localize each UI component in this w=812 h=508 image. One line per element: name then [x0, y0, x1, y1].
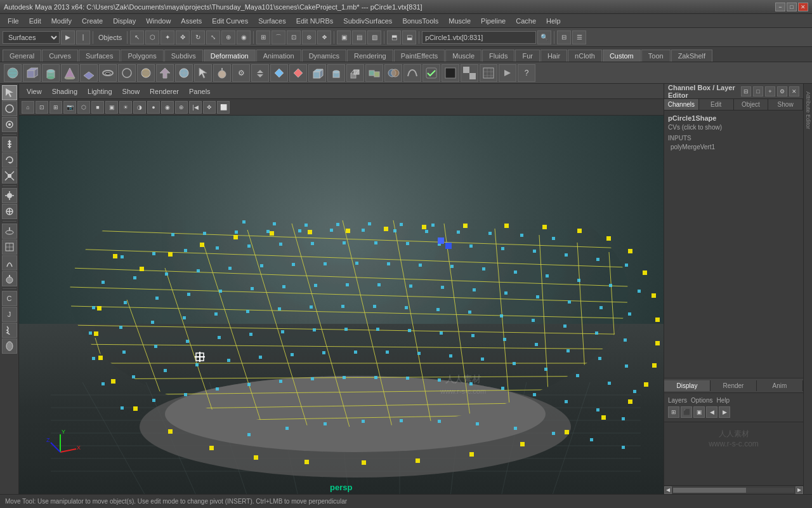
- scale-btn[interactable]: ⤡: [206, 30, 220, 44]
- shelf-icon-check[interactable]: [422, 64, 440, 82]
- vi-solid[interactable]: ■: [91, 101, 104, 114]
- jiggle-btn[interactable]: J: [2, 307, 17, 322]
- tab-channels[interactable]: Channels: [664, 99, 699, 110]
- layer-icon-1[interactable]: ⊞: [668, 406, 679, 418]
- render-btn[interactable]: ▣: [337, 30, 351, 44]
- minimize-button[interactable]: −: [775, 3, 785, 11]
- scroll-right[interactable]: ▶: [796, 486, 803, 494]
- shelf-tab-subdivs[interactable]: Subdivs: [164, 50, 203, 62]
- search-btn[interactable]: 🔍: [537, 30, 551, 44]
- layer-menu-options[interactable]: Options: [691, 397, 712, 404]
- vi-wireframe[interactable]: ⬡: [77, 101, 90, 114]
- shelf-tab-curves[interactable]: Curves: [42, 50, 78, 62]
- shelf-tab-animation[interactable]: Animation: [256, 50, 301, 62]
- vt-view[interactable]: View: [23, 86, 46, 97]
- lattice-btn[interactable]: [2, 239, 17, 255]
- toolbar-btn-2[interactable]: |: [76, 30, 90, 44]
- shelf-icon-red-diamond[interactable]: [289, 64, 307, 82]
- vi-prev[interactable]: |◀: [189, 101, 202, 114]
- scroll-track[interactable]: [673, 488, 794, 493]
- menu-edit-nurbs[interactable]: Edit NURBs: [291, 16, 339, 26]
- shelf-tab-painteffects[interactable]: PaintEffects: [394, 50, 445, 62]
- vi-shadows[interactable]: ◑: [133, 101, 146, 114]
- show-manip-btn[interactable]: [2, 204, 17, 219]
- shelf-icon-plane[interactable]: [80, 64, 98, 82]
- shelf-icon-checker[interactable]: [461, 64, 478, 82]
- vi-cam[interactable]: 📷: [63, 101, 76, 114]
- layer-menu-help[interactable]: Help: [716, 397, 730, 404]
- menu-modify[interactable]: Modify: [46, 16, 77, 26]
- menu-display[interactable]: Display: [108, 16, 141, 26]
- tab-show[interactable]: Show: [768, 99, 803, 110]
- menu-assets[interactable]: Assets: [176, 16, 207, 26]
- cvs-label[interactable]: CVs (click to show): [668, 124, 799, 131]
- shelf-icon-gear[interactable]: ⚙: [232, 64, 250, 82]
- vi-selection[interactable]: ⬜: [217, 101, 230, 114]
- snap-curve-btn[interactable]: ⌒: [272, 30, 285, 44]
- vi-grid[interactable]: ⊞: [49, 101, 62, 114]
- vi-ao[interactable]: ●: [147, 101, 160, 114]
- menu-pipeline[interactable]: Pipeline: [476, 16, 511, 26]
- menu-subdivsurfaces[interactable]: SubdivSurfaces: [338, 16, 397, 26]
- rb-tab-render[interactable]: Render: [710, 380, 757, 391]
- menu-help[interactable]: Help: [541, 16, 566, 26]
- menu-window[interactable]: Window: [141, 16, 176, 26]
- vi-manipulator[interactable]: ✥: [203, 101, 216, 114]
- input-item[interactable]: polyMergeVert1: [668, 143, 799, 151]
- shelf-icon-poly-cube[interactable]: [308, 64, 326, 82]
- shelf-icon-sphere[interactable]: [4, 64, 22, 82]
- rotate-btn[interactable]: ↻: [191, 30, 205, 44]
- manip-btn[interactable]: [2, 188, 17, 203]
- shelf-icon-cylinder[interactable]: [42, 64, 60, 82]
- layer-icon-3[interactable]: ▣: [693, 406, 705, 418]
- shelf-tab-deformation[interactable]: Deformation: [204, 50, 256, 62]
- shelf-icon-extrude[interactable]: [346, 64, 364, 82]
- tab-object[interactable]: Object: [734, 99, 769, 110]
- shelf-icon-cube[interactable]: [23, 64, 41, 82]
- menu-cache[interactable]: Cache: [511, 16, 541, 26]
- vi-xray[interactable]: ⊕: [175, 101, 188, 114]
- soft-select-btn[interactable]: ◉: [237, 30, 251, 44]
- menu-muscle[interactable]: Muscle: [443, 16, 476, 26]
- rb-tab-anim[interactable]: Anim: [757, 380, 803, 391]
- shelf-icon-paint-weight[interactable]: [213, 64, 231, 82]
- spring-btn[interactable]: [2, 323, 17, 338]
- shelf-tab-toon[interactable]: Toon: [641, 50, 671, 62]
- rb-tab-display[interactable]: Display: [664, 380, 710, 391]
- vt-renderer[interactable]: Renderer: [146, 86, 183, 97]
- shelf-icon-black-sq[interactable]: [442, 64, 459, 82]
- menu-edit-curves[interactable]: Edit Curves: [207, 16, 253, 26]
- move-btn[interactable]: ✥: [176, 30, 190, 44]
- menu-edit[interactable]: Edit: [24, 16, 46, 26]
- vt-shading[interactable]: Shading: [48, 86, 81, 97]
- shelf-tab-polygons[interactable]: Polygons: [121, 50, 163, 62]
- rph-icon-3[interactable]: +: [765, 86, 775, 97]
- maximize-button[interactable]: □: [787, 3, 797, 11]
- vi-lights[interactable]: ☀: [119, 101, 132, 114]
- shelf-icon-arrow-right[interactable]: [499, 64, 516, 82]
- attr-btn[interactable]: ⊟: [557, 30, 571, 44]
- shelf-icon-nurbs-sphere[interactable]: [137, 64, 155, 82]
- rph-icon-close[interactable]: ✕: [789, 86, 799, 97]
- layer-icon-5[interactable]: ▶: [719, 406, 730, 418]
- shelf-icon-question[interactable]: ?: [518, 64, 535, 82]
- shelf-tab-hair[interactable]: Hair: [540, 50, 567, 62]
- sculpt-btn[interactable]: [2, 338, 17, 354]
- rph-icon-1[interactable]: ⊟: [741, 86, 751, 97]
- shelf-icon-move-keys[interactable]: [251, 64, 269, 82]
- scale-mode-btn[interactable]: [2, 168, 17, 184]
- shelf-icon-arrow[interactable]: [156, 64, 174, 82]
- select-mode-btn[interactable]: [2, 85, 17, 100]
- shelf-tab-zakshelf[interactable]: ZakShelf: [671, 50, 712, 62]
- move-mode-btn[interactable]: [2, 137, 17, 152]
- shelf-icon-diamond[interactable]: [270, 64, 288, 82]
- shelf-tab-rendering[interactable]: Rendering: [347, 50, 393, 62]
- input-ops-btn[interactable]: ⬒: [387, 30, 401, 44]
- shelf-tab-ncloth[interactable]: nCloth: [568, 50, 602, 62]
- close-button[interactable]: ✕: [798, 3, 808, 11]
- mode-select[interactable]: Surfaces Polygons Animation Dynamics Ren…: [3, 31, 60, 44]
- vt-show[interactable]: Show: [119, 86, 144, 97]
- tab-edit[interactable]: Edit: [699, 99, 734, 110]
- construction-btn[interactable]: ⬓: [402, 30, 416, 44]
- vi-frame[interactable]: ⊡: [36, 101, 48, 114]
